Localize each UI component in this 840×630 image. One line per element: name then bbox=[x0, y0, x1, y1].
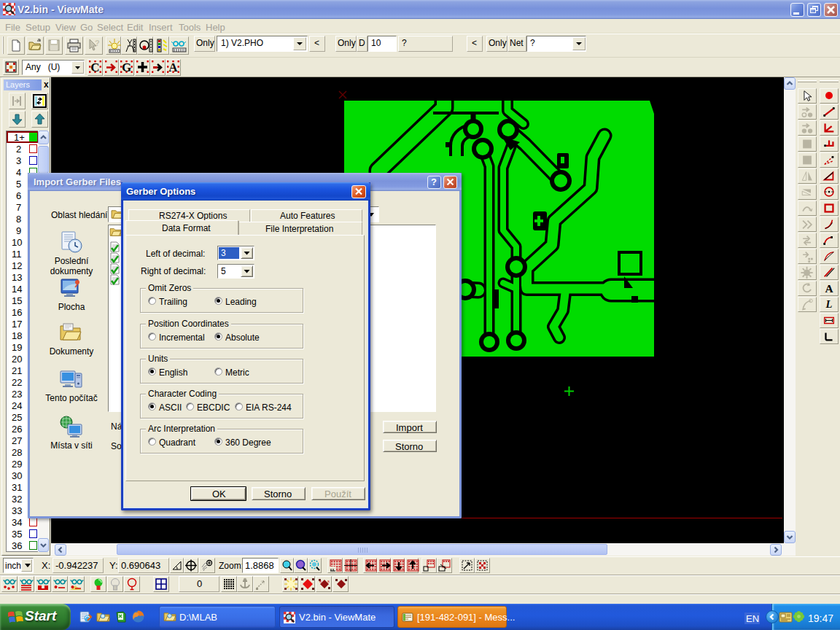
svg-text:A: A bbox=[825, 282, 833, 295]
svg-text:L: L bbox=[825, 298, 833, 310]
svg-text:?: ? bbox=[95, 39, 100, 47]
svg-text:s: s bbox=[319, 579, 322, 583]
svg-text:G: G bbox=[122, 61, 131, 74]
svg-text:C: C bbox=[90, 61, 99, 74]
svg-text:s: s bbox=[327, 579, 330, 583]
svg-text:A: A bbox=[168, 61, 178, 74]
